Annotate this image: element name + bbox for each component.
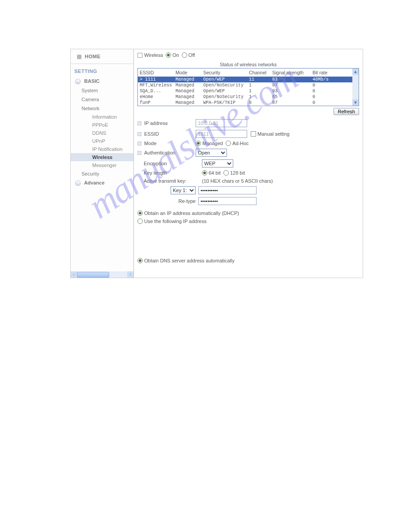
nav-pppoe[interactable]: PPPoE: [71, 121, 133, 129]
nav-security[interactable]: Security: [71, 169, 133, 178]
keylen-label: Key length: [137, 170, 202, 176]
mode-label: Mode: [144, 141, 157, 146]
retype-input[interactable]: [198, 197, 257, 205]
atk-hint: (10 HEX chars or 5 ASCII chars): [202, 178, 273, 184]
nav-system-label: System: [81, 88, 98, 93]
nav-camera[interactable]: Camera: [71, 95, 133, 104]
wireless-label: Wireless: [144, 52, 163, 58]
network-row[interactable]: eHomeManagedOpen/NoSecurity1650: [138, 94, 359, 100]
enc-label: Encryption: [137, 161, 202, 166]
row-atk: Active transmit key: (10 HEX chars or 5 …: [137, 177, 359, 185]
bullet-icon: [137, 142, 141, 146]
radio-128bit[interactable]: [223, 170, 229, 176]
nav-system[interactable]: System: [71, 86, 133, 95]
nav-ddns[interactable]: DDNS: [71, 129, 133, 137]
radio-dns-auto[interactable]: [137, 258, 143, 263]
radio-managed[interactable]: [196, 141, 201, 146]
scroll-track[interactable]: [352, 75, 359, 99]
manual-setting-checkbox[interactable]: [251, 131, 256, 137]
home-link[interactable]: HOME: [71, 49, 133, 64]
refresh-button[interactable]: Refresh: [334, 108, 359, 115]
home-icon: [77, 55, 81, 59]
refresh-row: Refresh: [137, 106, 359, 117]
adhoc-label: Ad-Hoc: [232, 141, 249, 146]
dns-auto-label: Obtain DNS server address automatically: [144, 258, 235, 263]
col-mode: Mode: [176, 70, 203, 75]
static-ip-label: Use the following IP address: [144, 219, 206, 224]
nav-basic-label: BASIC: [84, 78, 99, 84]
bullet-icon: [137, 151, 141, 155]
row-auth: Authentication Open: [137, 147, 359, 158]
radio-64bit[interactable]: [202, 170, 207, 176]
nav-upnp[interactable]: UPnP: [71, 137, 133, 145]
scroll-right-icon[interactable]: ›: [127, 271, 133, 278]
networks-table: ESSID Mode Security Channel Signal stren…: [137, 68, 359, 106]
network-row[interactable]: SQA_D...ManagedOpen/WEP1930: [138, 88, 359, 94]
essid-input[interactable]: [196, 130, 247, 138]
col-security: Security: [203, 70, 249, 75]
networks-panel: Status of wireless networks ESSID Mode S…: [137, 62, 359, 117]
col-essid: ESSID: [140, 70, 176, 75]
keylen-128-label: 128 bit: [230, 170, 245, 176]
nav-network[interactable]: Network: [71, 104, 133, 113]
networks-title: Status of wireless networks: [137, 62, 359, 68]
row-keylen: Key length 64 bit 128 bit: [137, 169, 359, 177]
radio-static-ip[interactable]: [137, 219, 143, 224]
scroll-track[interactable]: [77, 271, 127, 278]
scroll-up-icon[interactable]: ▲: [352, 69, 359, 75]
wireless-checkbox[interactable]: [137, 53, 142, 58]
row-essid: ESSID Manual setting: [137, 129, 359, 139]
nav-security-label: Security: [81, 171, 99, 176]
chevron-icon: [75, 79, 81, 84]
scroll-left-icon[interactable]: ‹: [71, 271, 77, 278]
atk-label: Active transmit key:: [137, 178, 202, 184]
radio-on[interactable]: [166, 52, 171, 58]
row-retype: Re-type: [137, 196, 359, 206]
bullet-icon: [137, 121, 141, 125]
keylen-64-label: 64 bit: [209, 170, 221, 176]
row-ipaddress: IP address: [137, 118, 359, 129]
encryption-select[interactable]: WEP: [202, 159, 233, 167]
network-row[interactable]: > 1111ManagedOpen/WEP118348Mb/s: [138, 77, 359, 82]
scroll-down-icon[interactable]: ▼: [352, 99, 359, 106]
network-row[interactable]: funPManagedWPA-PSK/TKIP8870: [138, 100, 359, 106]
key-select[interactable]: Key 1:: [171, 186, 196, 194]
nav-advance[interactable]: Advance: [71, 178, 133, 188]
essid-label: ESSID: [144, 131, 159, 137]
col-signal: Signal strength: [272, 70, 313, 75]
nav-basic[interactable]: BASIC: [71, 77, 133, 86]
nav-wireless[interactable]: Wireless: [71, 153, 133, 161]
app-frame: HOME SETTING BASIC System Camera Network…: [70, 49, 363, 278]
networks-vscroll[interactable]: ▲ ▼: [352, 69, 359, 106]
main-panel: Wireless On Off Status of wireless netwo…: [134, 49, 363, 278]
row-encryption: Encryption WEP: [137, 158, 359, 169]
col-channel: Channel: [249, 70, 272, 75]
key1-input[interactable]: [198, 186, 257, 194]
nav-advance-label: Advance: [84, 180, 105, 185]
ip-options: Obtain an IP address automatically (DHCP…: [137, 209, 359, 265]
nav-messenger[interactable]: Messenger: [71, 161, 133, 169]
on-label: On: [172, 52, 179, 58]
networks-header: ESSID Mode Security Channel Signal stren…: [138, 69, 359, 77]
sidebar: HOME SETTING BASIC System Camera Network…: [71, 49, 134, 278]
col-bitrate: Bit rate: [313, 70, 333, 75]
bullet-icon: [137, 132, 141, 136]
wireless-form: IP address ESSID Manual setting Mode Man…: [137, 118, 359, 265]
scroll-thumb[interactable]: [77, 272, 109, 278]
ip-address-label: IP address: [144, 120, 167, 126]
ip-address-input[interactable]: [196, 119, 247, 127]
nav-ipnotification[interactable]: IP Notification: [71, 145, 133, 153]
managed-label: Managed: [202, 141, 223, 146]
radio-off[interactable]: [182, 52, 187, 58]
row-key1: Key 1:: [137, 185, 359, 196]
sidebar-hscroll[interactable]: ‹ ›: [71, 271, 133, 278]
auth-label: Authentication: [144, 150, 176, 155]
radio-dhcp[interactable]: [137, 210, 143, 216]
dhcp-label: Obtain an IP address automatically (DHCP…: [144, 210, 239, 216]
row-mode: Mode Managed Ad-Hoc: [137, 139, 359, 147]
auth-select[interactable]: Open: [196, 149, 227, 157]
nav-information[interactable]: Information: [71, 113, 133, 121]
network-row[interactable]: MFT_WirelessManagedOpen/NoSecurity1870: [138, 82, 359, 88]
radio-adhoc[interactable]: [226, 141, 231, 146]
home-label: HOME: [85, 54, 101, 59]
